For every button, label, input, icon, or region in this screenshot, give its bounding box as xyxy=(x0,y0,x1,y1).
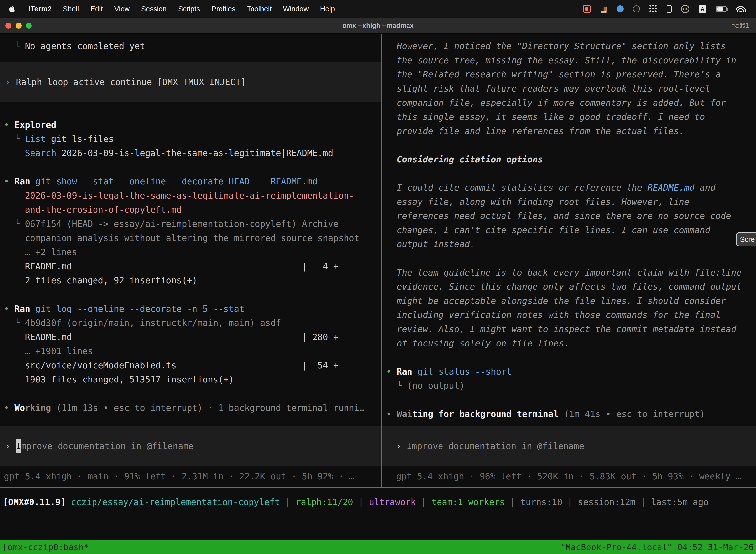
terminal-line xyxy=(386,167,756,181)
menu-item-window[interactable]: Window xyxy=(277,5,314,13)
text-segment: └ (no output) xyxy=(386,381,464,391)
terminal-line xyxy=(386,350,756,365)
terminal-line: 2 files changed, 92 insertions(+) xyxy=(4,274,381,288)
text-segment: └ 067f154 (HEAD -> essay/ai-reimplementa… xyxy=(4,219,338,229)
text-segment: | xyxy=(353,497,369,507)
terminal-line: └ 4b9d30f (origin/main, instructkr/main,… xyxy=(4,316,381,330)
window-shortcut-badge: ⌥⌘1 xyxy=(732,22,756,29)
terminal-area: └ No agents completed yet › Ralph loop a… xyxy=(0,34,756,554)
terminal-line: slight risk that future readers may over… xyxy=(386,82,756,96)
left-pane[interactable]: └ No agents completed yet › Ralph loop a… xyxy=(0,34,381,487)
app-status-icon-blue[interactable] xyxy=(617,5,624,12)
text-segment: No agents completed yet xyxy=(25,41,145,51)
text-segment: Considering citation options xyxy=(386,154,543,164)
right-prompt-input[interactable]: › Improve documentation in @filename xyxy=(382,426,756,466)
terminal-line xyxy=(386,138,756,152)
text-segment: README.md | 280 + xyxy=(4,332,338,342)
text-segment: the source tree, missing the essay. Stil… xyxy=(386,55,737,65)
menu-item-help[interactable]: Help xyxy=(314,5,340,13)
omx-session-status-bar: [OMX#0.11.9] cczip/essay/ai-reimplementa… xyxy=(0,488,756,509)
text-segment: README.md | 4 + xyxy=(4,261,338,271)
text-segment: ultrawork xyxy=(369,497,416,507)
zoom-button[interactable] xyxy=(26,22,32,29)
text-segment: | xyxy=(280,497,296,507)
terminal-line: • Ran git log --oneline --decorate -n 5 … xyxy=(4,302,381,316)
text-segment: However, I noticed the "Directory Struct… xyxy=(386,41,726,51)
text-segment: session:12m xyxy=(578,497,635,507)
text-segment: | xyxy=(635,497,651,507)
screen-recording-stop-icon[interactable] xyxy=(583,5,591,13)
terminal-line xyxy=(4,288,381,302)
right-footer: › Improve documentation in @filename gpt… xyxy=(386,426,756,484)
prompt-chevron: › xyxy=(5,439,16,453)
text-segment: git show --stat --oneline --decorate HEA… xyxy=(35,176,317,186)
text-segment: git ls-files xyxy=(46,134,114,144)
menu-item-profiles[interactable]: Profiles xyxy=(206,5,241,13)
menu-item-session[interactable]: Session xyxy=(135,5,172,13)
menu-item-view[interactable]: View xyxy=(108,5,135,13)
prompt-chevron: › xyxy=(396,439,406,453)
input-placeholder-text: Improve documentation in @filename xyxy=(406,439,584,453)
close-button[interactable] xyxy=(5,22,11,29)
window-title-bar[interactable]: omx --xhigh --madmax ⌥⌘1 xyxy=(0,18,756,34)
terminal-line: Considering citation options xyxy=(386,152,756,167)
terminal-line: 2026-03-09-is-legal-the-same-as-legitima… xyxy=(4,189,381,203)
text-segment: Ran xyxy=(397,367,412,377)
menu-item-iterm2[interactable]: iTerm2 xyxy=(23,5,57,13)
app-status-icon-dark[interactable] xyxy=(633,5,640,12)
text-segment: Wai xyxy=(397,409,412,419)
terminal-line: However, I noticed the "Directory Struct… xyxy=(386,39,756,53)
wifi-icon[interactable] xyxy=(736,5,746,12)
menu-item-scripts[interactable]: Scripts xyxy=(172,5,206,13)
terminal-line: companion file, especially if more comme… xyxy=(386,96,756,110)
terminal-line xyxy=(386,252,756,266)
text-segment: Ran xyxy=(14,176,30,186)
terminal-line: output instead. xyxy=(386,237,756,252)
text-segment: Search xyxy=(25,148,56,158)
terminal-line: [OMX#0.11.9] cczip/essay/ai-reimplementa… xyxy=(3,495,756,509)
terminal-line: README.md | 4 + xyxy=(4,259,381,274)
text-segment: last:5m ago xyxy=(651,497,709,507)
dots-grid-icon[interactable] xyxy=(649,5,657,13)
text-segment: README.md xyxy=(648,183,695,192)
phone-mirroring-icon[interactable] xyxy=(667,5,672,13)
left-model-status-line: gpt-5.4 xhigh · main · 91% left · 2.31M … xyxy=(4,469,381,484)
terminal-line: 1903 files changed, 513517 insertions(+) xyxy=(4,373,381,387)
input-source-icon[interactable]: A xyxy=(699,5,706,13)
window-title: omx --xhigh --madmax xyxy=(0,22,756,30)
text-segment xyxy=(412,367,418,377)
terminal-line: companion analysis without altering the … xyxy=(4,231,381,245)
menu-item-toolbelt[interactable]: Toolbelt xyxy=(241,5,277,13)
prompt-chevron: › xyxy=(5,75,16,89)
terminal-line: changes, I can't cite specific file line… xyxy=(386,223,756,237)
text-segment: └ xyxy=(4,41,25,51)
minimize-button[interactable] xyxy=(16,22,21,29)
window-manager-icon[interactable]: ▦ xyxy=(600,5,607,13)
text-segment: team:1 workers xyxy=(432,497,505,507)
terminal-line: … +1901 lines xyxy=(4,344,381,358)
right-pane[interactable]: However, I noticed the "Directory Struct… xyxy=(382,34,756,487)
battery-percent-icon[interactable]: 61 xyxy=(681,5,689,13)
input-placeholder-text: mprove documentation in @filename xyxy=(21,439,193,453)
tmux-session-window-label: [omx-cczip0:bash* xyxy=(2,542,89,552)
terminal-line: the "Related research writing" section i… xyxy=(386,67,756,82)
terminal-line: └ No agents completed yet xyxy=(4,39,381,53)
text-segment: git log --oneline --decorate -n 5 --stat xyxy=(35,304,244,314)
text-segment: might be acceptable alongside the file l… xyxy=(386,296,726,306)
left-prompt-input[interactable]: › Improve documentation in @filename xyxy=(0,426,381,466)
text-segment xyxy=(4,148,25,158)
text-segment: rking xyxy=(25,403,51,413)
terminal-line: • Working (11m 13s • esc to interrupt) ·… xyxy=(4,401,381,415)
apple-menu-icon[interactable] xyxy=(9,5,16,13)
battery-icon[interactable] xyxy=(716,6,727,12)
terminal-line: review. Also, I might want to inspect th… xyxy=(386,322,756,336)
menu-item-edit[interactable]: Edit xyxy=(84,5,108,13)
screen-edge-notch-label: Scre xyxy=(740,235,755,243)
terminal-line: README.md | 280 + xyxy=(4,330,381,344)
text-segment: references need actual files, and since … xyxy=(386,211,731,221)
terminal-line: src/voice/voiceModeEnabled.ts | 54 + xyxy=(4,358,381,373)
text-segment: including verification notes with those … xyxy=(386,310,721,320)
screen-edge-notch-button[interactable]: Scre xyxy=(736,232,756,246)
menu-item-shell[interactable]: Shell xyxy=(57,5,85,13)
text-segment: Explored xyxy=(14,120,56,130)
